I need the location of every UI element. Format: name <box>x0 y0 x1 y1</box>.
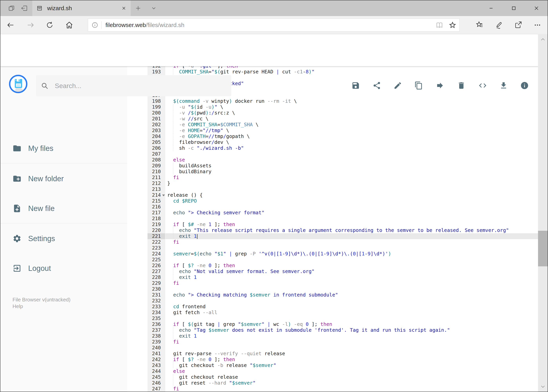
close-window-button[interactable] <box>528 0 544 16</box>
code-line-226[interactable]: if [ $? -ne 0 ]; then <box>165 263 538 268</box>
code-line-237[interactable]: echo "Tag $semver does not exist in subm… <box>165 327 538 333</box>
search-box[interactable] <box>36 75 231 96</box>
code-line-215[interactable]: cd $REPO <box>165 198 538 204</box>
gutter-line-245[interactable]: 245 <box>147 374 165 380</box>
back-icon[interactable] <box>4 16 18 34</box>
code-line-207[interactable] <box>165 151 538 157</box>
gutter-line-218[interactable]: 218 <box>147 216 165 222</box>
gutter-line-223[interactable]: 223 <box>147 245 165 251</box>
gutter-line-212[interactable]: 212 <box>147 181 165 186</box>
code-line-243[interactable]: git checkout -b release "$semver" <box>165 363 538 368</box>
code-line-205[interactable]: filebrowser/dev \ <box>165 139 538 145</box>
gutter-line-244[interactable]: 244 <box>147 368 165 374</box>
maximize-button[interactable] <box>506 0 522 16</box>
gutter-line-241[interactable]: 241 <box>147 351 165 357</box>
gutter-line-232[interactable]: 232 <box>147 298 165 304</box>
gutter-line-209[interactable]: 209 <box>147 163 165 169</box>
tab-preview-icon[interactable] <box>5 0 18 16</box>
code-line-206[interactable]: sh -c "./wizard.sh -b" <box>165 145 538 151</box>
filebrowser-logo[interactable] <box>9 75 28 93</box>
gutter-line-226[interactable]: 226 <box>147 263 165 268</box>
code-line-214[interactable]: release () { <box>165 192 538 198</box>
code-line-211[interactable]: fi <box>165 175 538 181</box>
code-line-203[interactable]: -e HOME="//tmp" \ <box>165 128 538 133</box>
code-line-228[interactable]: exit 1 <box>165 274 538 280</box>
code-line-242[interactable]: if [ $? -ne 0 ]; then <box>165 357 538 363</box>
gutter-line-217[interactable]: 217 <box>147 210 165 216</box>
code-line-227[interactable]: echo "Not valid semver format. See semve… <box>165 268 538 274</box>
gutter-line-246[interactable]: 246 <box>147 380 165 386</box>
sidebar-item-logout[interactable]: Logout <box>0 259 127 278</box>
forward-icon[interactable] <box>23 16 38 34</box>
tabs-set-aside-icon[interactable] <box>18 0 30 16</box>
code-line-219[interactable]: if [ $# -ne 1 ]; then <box>165 222 538 227</box>
code-line-244[interactable]: else <box>165 368 538 374</box>
refresh-icon[interactable] <box>43 16 57 34</box>
code-line-208[interactable]: else <box>165 157 538 163</box>
gutter-line-220[interactable]: 220 <box>147 227 165 233</box>
code-line-200[interactable]: -v /$(pwd):/src:z \ <box>165 110 538 116</box>
code-line-220[interactable]: echo "This release script requires a sin… <box>165 227 538 233</box>
gutter-line-211[interactable]: 211 <box>147 175 165 181</box>
code-line-192[interactable]: if [ -d ".git" ]; then <box>165 66 538 69</box>
gutter-line-204[interactable]: 204 <box>147 133 165 139</box>
code-line-231[interactable]: echo "> Checking matching $semver in fro… <box>165 292 538 298</box>
code-line-202[interactable]: -e COMMIT_SHA=$COMMIT_SHA \ <box>165 122 538 128</box>
delete-icon[interactable] <box>457 81 466 90</box>
code-line-224[interactable]: semver=$(echo "$1" | grep -P '^v(0|[1-9]… <box>165 251 538 257</box>
gutter-line-193[interactable]: 193 <box>147 69 165 75</box>
gutter-line-205[interactable]: 205 <box>147 139 165 145</box>
gutter-line-206[interactable]: 206 <box>147 145 165 151</box>
code-line-236[interactable]: if [ $(git tag | grep "$semver" | wc -l)… <box>165 321 538 327</box>
code-line-217[interactable]: echo "> Checking semver format" <box>165 210 538 216</box>
gutter-line-228[interactable]: 228 <box>147 274 165 280</box>
gutter-line-213[interactable]: 213 <box>147 186 165 192</box>
browser-tab[interactable]: wizard.sh <box>32 0 131 16</box>
gutter-line-236[interactable]: 236 <box>147 321 165 327</box>
gutter-line-239[interactable]: 239 <box>147 339 165 345</box>
share-icon[interactable] <box>511 16 525 34</box>
code-line-201[interactable]: -w //src \ <box>165 116 538 122</box>
gutter-line-225[interactable]: 225 <box>147 257 165 263</box>
gutter-line-230[interactable]: 230 <box>147 286 165 292</box>
gutter-line-219[interactable]: 219 <box>147 222 165 227</box>
code-line-216[interactable] <box>165 204 538 210</box>
gutter-line-208[interactable]: 208 <box>147 157 165 163</box>
code-line-246[interactable]: git reset --hard "$semver" <box>165 380 538 386</box>
web-note-pen-icon[interactable] <box>492 16 506 34</box>
help-link[interactable]: Help <box>13 303 23 309</box>
gutter-line-221[interactable]: 221 <box>147 233 165 239</box>
code-line-240[interactable] <box>165 345 538 351</box>
code-line-247[interactable]: fi <box>165 386 538 392</box>
scroll-down-icon[interactable] <box>538 383 548 391</box>
tabs-chevron-icon[interactable] <box>147 0 160 16</box>
code-line-222[interactable]: fi <box>165 239 538 245</box>
copy-icon[interactable] <box>414 81 423 90</box>
more-menu-icon[interactable] <box>530 16 544 34</box>
tab-close-icon[interactable] <box>121 6 126 11</box>
gutter-line-207[interactable]: 207 <box>147 151 165 157</box>
gutter-line-227[interactable]: 227 <box>147 268 165 274</box>
gutter-line-210[interactable]: 210 <box>147 169 165 175</box>
sidebar-item-settings[interactable]: Settings <box>0 229 127 248</box>
download-icon[interactable] <box>499 81 508 90</box>
page-scrollbar[interactable] <box>538 34 548 392</box>
info-icon[interactable] <box>520 81 529 90</box>
gutter-line-235[interactable]: 235 <box>147 315 165 321</box>
code-line-225[interactable] <box>165 257 538 263</box>
gutter-line-199[interactable]: 199 <box>147 104 165 110</box>
gutter-line-202[interactable]: 202 <box>147 122 165 128</box>
code-line-232[interactable] <box>165 298 538 304</box>
gutter-line-198[interactable]: 198 <box>147 98 165 104</box>
favorite-star-icon[interactable] <box>448 21 457 29</box>
gutter-line-214[interactable]: 214 <box>147 192 165 198</box>
gutter-line-231[interactable]: 231 <box>147 292 165 298</box>
site-info-icon[interactable] <box>91 22 98 28</box>
code-line-233[interactable]: cd frontend <box>165 304 538 310</box>
code-line-229[interactable]: fi <box>165 280 538 286</box>
code-line-198[interactable]: $(command -v winpty) docker run --rm -it… <box>165 98 538 104</box>
edit-icon[interactable] <box>393 81 402 90</box>
code-line-234[interactable]: git fetch --all <box>165 310 538 315</box>
code-line-245[interactable]: git checkout release <box>165 374 538 380</box>
code-line-238[interactable]: exit 1 <box>165 333 538 339</box>
